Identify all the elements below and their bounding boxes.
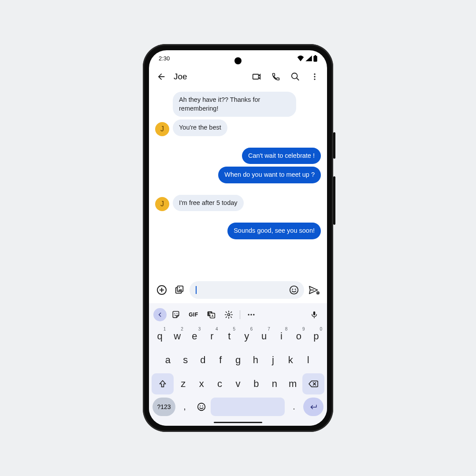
- add-attachment-button[interactable]: [154, 283, 169, 298]
- gallery-button[interactable]: [172, 283, 187, 298]
- phone-frame: 2:30 Joe: [143, 44, 333, 432]
- incoming-message[interactable]: You're the best: [173, 119, 227, 136]
- svg-text:A: A: [212, 314, 214, 317]
- svg-point-21: [177, 313, 178, 314]
- svg-point-26: [228, 314, 230, 316]
- svg-text:文: 文: [208, 312, 212, 316]
- volume-button: [333, 176, 335, 225]
- key-a[interactable]: a: [160, 350, 176, 371]
- key-c[interactable]: c: [211, 373, 228, 394]
- message-row: JYou're the best: [155, 119, 321, 136]
- divider: [240, 310, 240, 319]
- key-y[interactable]: y6: [238, 326, 255, 347]
- contact-avatar[interactable]: J: [155, 197, 169, 211]
- key-m[interactable]: m: [284, 373, 301, 394]
- emoji-key[interactable]: [194, 398, 209, 416]
- gif-button[interactable]: GIF: [185, 308, 202, 322]
- key-p[interactable]: p0: [308, 326, 324, 347]
- numeric-mode-key[interactable]: ?123: [152, 398, 175, 416]
- key-i[interactable]: i8: [273, 326, 290, 347]
- key-s[interactable]: s: [177, 350, 194, 371]
- message-row: JAh they have it?? Thanks for rememberin…: [155, 92, 321, 117]
- send-button[interactable]: [307, 283, 322, 298]
- key-u[interactable]: u7: [256, 326, 272, 347]
- message-composer: [149, 279, 327, 303]
- svg-point-28: [250, 314, 252, 315]
- keyboard-row-2: asdfghjkl: [151, 348, 325, 372]
- spacebar-key[interactable]: [211, 398, 285, 416]
- settings-button[interactable]: [220, 308, 237, 322]
- svg-rect-30: [313, 312, 316, 316]
- key-z[interactable]: z: [175, 373, 192, 394]
- key-k[interactable]: k: [282, 350, 299, 371]
- video-call-button[interactable]: [248, 68, 265, 86]
- incoming-message[interactable]: Ah they have it?? Thanks for remembering…: [173, 92, 296, 117]
- contact-avatar[interactable]: J: [155, 122, 169, 136]
- key-n[interactable]: n: [266, 373, 283, 394]
- power-button: [333, 132, 335, 159]
- period-key[interactable]: .: [286, 398, 301, 416]
- keyboard-collapse-button[interactable]: [153, 308, 167, 321]
- back-button[interactable]: [152, 68, 170, 86]
- outgoing-message[interactable]: When do you want to meet up ?: [218, 167, 321, 183]
- key-b[interactable]: b: [248, 373, 265, 394]
- key-e[interactable]: e3: [186, 326, 203, 347]
- svg-rect-19: [317, 293, 319, 294]
- key-o[interactable]: o9: [290, 326, 307, 347]
- key-x[interactable]: x: [193, 373, 210, 394]
- enter-key[interactable]: [303, 398, 324, 416]
- signal-icon: [305, 56, 312, 61]
- more-button[interactable]: [243, 308, 260, 322]
- conversation-thread[interactable]: JAh they have it?? Thanks for rememberin…: [149, 87, 327, 279]
- translate-button[interactable]: 文A: [203, 308, 219, 322]
- virtual-keyboard: GIF 文A q1w2e3r4t5y6u7i8o9p0 asdfghjkl: [149, 303, 327, 426]
- svg-point-4: [314, 74, 315, 75]
- search-button[interactable]: [286, 68, 304, 86]
- battery-icon: [313, 55, 317, 62]
- key-j[interactable]: j: [265, 350, 282, 371]
- key-q[interactable]: q1: [152, 326, 168, 347]
- voice-call-button[interactable]: [267, 68, 285, 86]
- message-input[interactable]: [190, 281, 304, 299]
- key-l[interactable]: l: [300, 350, 316, 371]
- backspace-key[interactable]: [302, 373, 324, 394]
- wifi-icon: [297, 56, 304, 61]
- svg-point-33: [198, 403, 205, 411]
- sticker-button[interactable]: [167, 308, 184, 322]
- key-f[interactable]: f: [212, 350, 229, 371]
- comma-key[interactable]: ,: [177, 398, 192, 416]
- outgoing-message[interactable]: Can't wait to celebrate !: [242, 148, 321, 164]
- overflow-menu-button[interactable]: [306, 68, 324, 86]
- contact-name[interactable]: Joe: [174, 72, 246, 82]
- voice-input-button[interactable]: [306, 308, 323, 322]
- gesture-bar[interactable]: [214, 422, 262, 424]
- app-bar: Joe: [149, 66, 327, 87]
- svg-point-12: [179, 287, 180, 288]
- text-cursor: [196, 286, 197, 294]
- clock: 2:30: [159, 55, 170, 62]
- key-r[interactable]: r4: [204, 326, 220, 347]
- keyboard-row-1: q1w2e3r4t5y6u7i8o9p0: [151, 324, 325, 348]
- svg-point-34: [200, 405, 201, 406]
- message-row: JI'm free after 5 today: [155, 195, 321, 212]
- key-h[interactable]: h: [247, 350, 264, 371]
- key-d[interactable]: d: [195, 350, 212, 371]
- svg-point-14: [292, 289, 294, 290]
- message-row: Can't wait to celebrate !: [155, 148, 321, 164]
- svg-point-20: [175, 313, 175, 314]
- svg-point-35: [202, 405, 203, 406]
- shift-key[interactable]: [152, 373, 174, 394]
- emoji-button[interactable]: [287, 283, 301, 298]
- key-g[interactable]: g: [230, 350, 246, 371]
- key-v[interactable]: v: [229, 373, 246, 394]
- incoming-message[interactable]: I'm free after 5 today: [173, 195, 244, 212]
- front-camera: [234, 57, 242, 64]
- svg-point-13: [290, 286, 298, 294]
- key-t[interactable]: t5: [221, 326, 238, 347]
- svg-point-15: [295, 289, 296, 290]
- screen: 2:30 Joe: [149, 50, 327, 426]
- outgoing-message[interactable]: Sounds good, see you soon!: [227, 223, 321, 239]
- key-w[interactable]: w2: [169, 326, 185, 347]
- message-row: When do you want to meet up ?: [155, 167, 321, 183]
- keyboard-row-3: zxcvbnm: [151, 372, 325, 396]
